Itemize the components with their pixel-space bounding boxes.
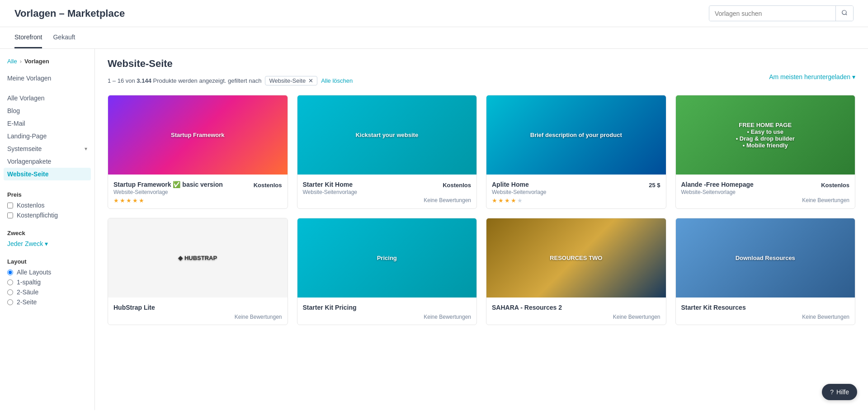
card-price: 25 $ xyxy=(649,182,660,189)
price-free-checkbox[interactable] xyxy=(7,203,13,208)
purpose-filter: Zweck Jeder Zweck ▾ xyxy=(7,230,87,247)
template-card[interactable]: Brief description of your productAplite … xyxy=(486,95,666,209)
card-image: Startup Framework xyxy=(108,95,288,175)
tab-gekauft[interactable]: Gekauft xyxy=(53,27,75,48)
card-footer: Keine Bewertungen xyxy=(303,314,472,320)
price-filter-paid[interactable]: Kostenpflichtig xyxy=(7,212,87,219)
card-body: HubStrap LiteKeine Bewertungen xyxy=(108,298,288,325)
card-body: Starter Kit PricingKeine Bewertungen xyxy=(297,298,477,325)
card-image: Download Resources xyxy=(676,218,855,298)
star-filled-icon: ★ xyxy=(132,197,138,204)
sidebar-item-alle-vorlagen[interactable]: Alle Vorlagen xyxy=(7,92,87,104)
price-filter-label: Preis xyxy=(7,191,87,198)
sidebar-item-blog[interactable]: Blog xyxy=(7,104,87,117)
breadcrumb-all[interactable]: Alle xyxy=(7,58,17,65)
card-image: Brief description of your product xyxy=(486,95,666,175)
sidebar-item-systemseite[interactable]: Systemseite ▾ xyxy=(7,142,87,155)
search-button[interactable] xyxy=(835,6,853,21)
layout-all[interactable]: Alle Layouts xyxy=(7,269,87,276)
card-title: Aplite Home xyxy=(492,181,529,188)
template-card[interactable]: Startup FrameworkStartup Framework ✅ bas… xyxy=(108,95,288,209)
sidebar-item-label: E-Mail xyxy=(7,120,25,127)
template-card[interactable]: Kickstart your websiteStarter Kit HomeKo… xyxy=(297,95,477,209)
card-footer: Keine Bewertungen xyxy=(681,314,850,320)
sidebar-item-label: Vorlagenpakete xyxy=(7,158,51,165)
star-filled-icon: ★ xyxy=(120,197,125,204)
card-footer: Keine Bewertungen xyxy=(492,314,660,320)
star-empty-icon: ★ xyxy=(517,197,523,204)
star-filled-icon: ★ xyxy=(492,197,497,204)
purpose-filter-label: Zweck xyxy=(7,230,87,236)
card-price: Kostenlos xyxy=(254,182,282,189)
card-body: SAHARA - Resources 2Keine Bewertungen xyxy=(486,298,666,325)
sidebar-item-label: Alle Vorlagen xyxy=(7,94,45,102)
template-card[interactable]: Download ResourcesStarter Kit ResourcesK… xyxy=(675,218,856,325)
content-header: Website-Seite 1 – 16 von 3.144 Produkte … xyxy=(108,58,855,88)
card-title: Starter Kit Resources xyxy=(681,304,746,311)
card-reviews: Keine Bewertungen xyxy=(424,314,471,320)
card-footer: ★★★★★ xyxy=(492,197,660,204)
card-footer: ★★★★★ xyxy=(113,197,282,204)
layout-1-spaltig-radio[interactable] xyxy=(7,279,13,285)
template-card[interactable]: ◆ HUBSTRAPHubStrap LiteKeine Bewertungen xyxy=(108,218,288,325)
star-filled-icon: ★ xyxy=(498,197,504,204)
template-card[interactable]: PricingStarter Kit PricingKeine Bewertun… xyxy=(297,218,477,325)
sidebar-item-website-seite[interactable]: Website-Seite xyxy=(4,168,91,180)
layout-2-seite[interactable]: 2-Seite xyxy=(7,298,87,306)
breadcrumb: Alle › Vorlagen xyxy=(7,58,87,65)
sidebar-item-landing-page[interactable]: Landing-Page xyxy=(7,130,87,142)
card-rating: ★★★★★ xyxy=(113,197,144,204)
search-input[interactable] xyxy=(709,6,835,21)
layout-filter-label: Layout xyxy=(7,258,87,265)
content-title: Website-Seite xyxy=(108,58,855,70)
card-footer: Keine Bewertungen xyxy=(303,197,472,203)
card-price: Kostenlos xyxy=(443,182,471,189)
card-reviews: Keine Bewertungen xyxy=(613,314,660,320)
content-area: Website-Seite 1 – 16 von 3.144 Produkte … xyxy=(95,49,868,410)
help-button[interactable]: ? Hilfe xyxy=(822,384,857,400)
card-subtitle: Website-Seitenvorlage xyxy=(492,189,660,195)
star-filled-icon: ★ xyxy=(126,197,132,204)
layout-2-saeule[interactable]: 2-Säule xyxy=(7,288,87,296)
chevron-down-icon: ▾ xyxy=(85,146,87,152)
star-filled-icon: ★ xyxy=(505,197,510,204)
breadcrumb-separator: › xyxy=(20,58,22,65)
card-image: Pricing xyxy=(297,218,477,298)
sidebar-my-templates[interactable]: Meine Vorlagen xyxy=(7,72,87,85)
card-body: Starter Kit HomeKostenlosWebsite-Seitenv… xyxy=(297,175,477,208)
card-title: SAHARA - Resources 2 xyxy=(492,304,562,311)
card-subtitle: Website-Seitenvorlage xyxy=(303,189,472,195)
card-footer: Keine Bewertungen xyxy=(113,314,282,320)
card-reviews: Keine Bewertungen xyxy=(802,314,849,320)
clear-all-button[interactable]: Alle löschen xyxy=(321,77,353,84)
card-title: Startup Framework ✅ basic version xyxy=(113,181,223,188)
price-filter-free[interactable]: Kostenlos xyxy=(7,202,87,209)
card-title: Starter Kit Home xyxy=(303,181,353,188)
card-image: ◆ HUBSTRAP xyxy=(108,218,288,298)
card-title: Alande -Free Homepage xyxy=(681,181,754,188)
layout-2-seite-radio[interactable] xyxy=(7,299,13,305)
price-paid-checkbox[interactable] xyxy=(7,213,13,218)
filter-tag-close-icon[interactable]: ✕ xyxy=(308,77,313,84)
template-card[interactable]: RESOURCES TWOSAHARA - Resources 2Keine B… xyxy=(486,218,666,325)
sidebar-item-email[interactable]: E-Mail xyxy=(7,117,87,130)
card-image: FREE HOME PAGE• Easy to use• Drag & drop… xyxy=(676,95,855,175)
breadcrumb-current: Vorlagen xyxy=(24,58,49,65)
sidebar-item-label: Website-Seite xyxy=(7,170,49,178)
card-body: Alande -Free HomepageKostenlosWebsite-Se… xyxy=(676,175,855,208)
sidebar-item-label: Systemseite xyxy=(7,145,42,152)
header: Vorlagen – Marketplace xyxy=(0,0,868,27)
layout-2-saeule-radio[interactable] xyxy=(7,289,13,295)
template-card[interactable]: FREE HOME PAGE• Easy to use• Drag & drop… xyxy=(675,95,856,209)
sidebar-item-vorlagenpakete[interactable]: Vorlagenpakete xyxy=(7,155,87,168)
layout-all-radio[interactable] xyxy=(7,269,13,275)
svg-point-0 xyxy=(842,10,846,14)
card-reviews: Keine Bewertungen xyxy=(235,314,282,320)
sort-dropdown[interactable]: Am meisten heruntergeladen ▾ xyxy=(769,73,855,80)
sidebar-item-label: Landing-Page xyxy=(7,132,47,140)
purpose-dropdown[interactable]: Jeder Zweck ▾ xyxy=(7,240,87,247)
filter-range: 1 – 16 von 3.144 Produkte werden angezei… xyxy=(108,77,261,84)
tab-storefront[interactable]: Storefront xyxy=(14,27,42,48)
layout-1-spaltig[interactable]: 1-spaltig xyxy=(7,279,87,286)
card-subtitle: Website-Seitenvorlage xyxy=(681,189,850,195)
